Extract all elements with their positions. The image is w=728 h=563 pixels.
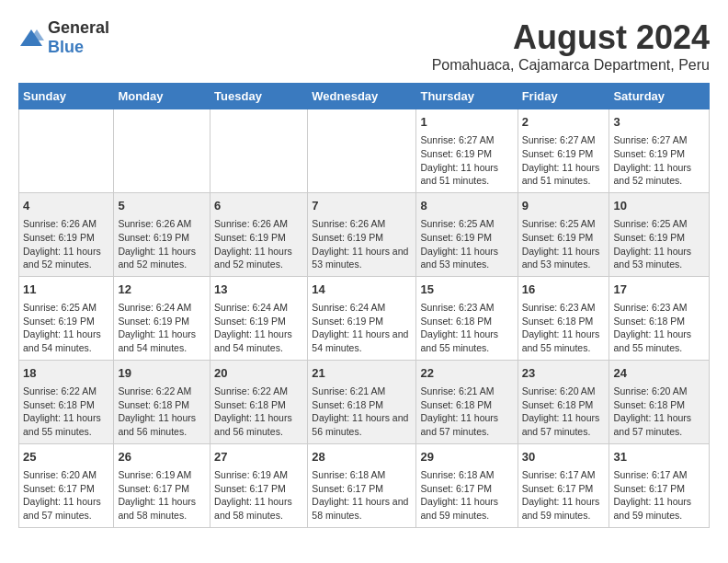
header-tuesday: Tuesday (210, 84, 308, 109)
day-info: Sunrise: 6:23 AM Sunset: 6:18 PM Dayligh… (522, 301, 606, 355)
day-number: 17 (613, 282, 705, 298)
day-number: 8 (420, 198, 513, 214)
day-number: 6 (214, 198, 303, 214)
day-number: 9 (522, 198, 606, 214)
table-row: 8Sunrise: 6:25 AM Sunset: 6:19 PM Daylig… (416, 192, 518, 276)
header-sunday: Sunday (19, 84, 114, 109)
day-number: 27 (214, 449, 303, 465)
day-number: 3 (613, 114, 705, 131)
table-row (114, 109, 210, 193)
table-row: 2Sunrise: 6:27 AM Sunset: 6:19 PM Daylig… (518, 109, 609, 193)
table-row: 15Sunrise: 6:23 AM Sunset: 6:18 PM Dayli… (416, 276, 518, 360)
table-row: 25Sunrise: 6:20 AM Sunset: 6:17 PM Dayli… (19, 443, 114, 527)
day-info: Sunrise: 6:19 AM Sunset: 6:17 PM Dayligh… (118, 468, 206, 523)
day-info: Sunrise: 6:27 AM Sunset: 6:19 PM Dayligh… (613, 133, 705, 188)
day-info: Sunrise: 6:20 AM Sunset: 6:17 PM Dayligh… (23, 468, 109, 523)
table-row: 7Sunrise: 6:26 AM Sunset: 6:19 PM Daylig… (308, 192, 416, 276)
day-number: 15 (420, 282, 513, 298)
day-number: 13 (214, 282, 303, 298)
day-number: 28 (312, 449, 412, 465)
calendar-week-row: 25Sunrise: 6:20 AM Sunset: 6:17 PM Dayli… (19, 443, 710, 527)
table-row: 3Sunrise: 6:27 AM Sunset: 6:19 PM Daylig… (609, 109, 710, 193)
table-row: 22Sunrise: 6:21 AM Sunset: 6:18 PM Dayli… (416, 360, 518, 443)
logo-general: General (48, 18, 109, 37)
day-info: Sunrise: 6:20 AM Sunset: 6:18 PM Dayligh… (522, 385, 606, 439)
table-row: 14Sunrise: 6:24 AM Sunset: 6:19 PM Dayli… (308, 276, 416, 360)
day-info: Sunrise: 6:24 AM Sunset: 6:19 PM Dayligh… (214, 301, 303, 355)
day-info: Sunrise: 6:23 AM Sunset: 6:18 PM Dayligh… (420, 301, 513, 355)
calendar-week-row: 4Sunrise: 6:26 AM Sunset: 6:19 PM Daylig… (19, 192, 710, 276)
day-info: Sunrise: 6:25 AM Sunset: 6:19 PM Dayligh… (23, 301, 109, 355)
table-row: 1Sunrise: 6:27 AM Sunset: 6:19 PM Daylig… (416, 109, 518, 193)
day-number: 26 (118, 449, 206, 465)
table-row: 5Sunrise: 6:26 AM Sunset: 6:19 PM Daylig… (114, 192, 210, 276)
day-number: 31 (613, 449, 705, 465)
table-row: 17Sunrise: 6:23 AM Sunset: 6:18 PM Dayli… (609, 276, 710, 360)
day-number: 1 (420, 114, 513, 131)
logo: General Blue (18, 18, 109, 57)
header-monday: Monday (114, 84, 210, 109)
table-row: 19Sunrise: 6:22 AM Sunset: 6:18 PM Dayli… (114, 360, 210, 443)
calendar-week-row: 1Sunrise: 6:27 AM Sunset: 6:19 PM Daylig… (19, 109, 710, 193)
table-row: 13Sunrise: 6:24 AM Sunset: 6:19 PM Dayli… (210, 276, 308, 360)
day-number: 25 (23, 449, 109, 465)
header-friday: Friday (518, 84, 609, 109)
table-row: 10Sunrise: 6:25 AM Sunset: 6:19 PM Dayli… (609, 192, 710, 276)
table-row: 11Sunrise: 6:25 AM Sunset: 6:19 PM Dayli… (19, 276, 114, 360)
day-info: Sunrise: 6:23 AM Sunset: 6:18 PM Dayligh… (613, 301, 705, 355)
subtitle: Pomahuaca, Cajamarca Department, Peru (432, 57, 710, 74)
day-number: 20 (214, 365, 303, 382)
table-row (308, 109, 416, 193)
calendar-week-row: 11Sunrise: 6:25 AM Sunset: 6:19 PM Dayli… (19, 276, 710, 360)
table-row: 30Sunrise: 6:17 AM Sunset: 6:17 PM Dayli… (518, 443, 609, 527)
table-row (210, 109, 308, 193)
table-row (19, 109, 114, 193)
day-info: Sunrise: 6:24 AM Sunset: 6:19 PM Dayligh… (118, 301, 206, 355)
day-number: 14 (312, 282, 412, 298)
main-title: August 2024 (432, 18, 710, 57)
table-row: 29Sunrise: 6:18 AM Sunset: 6:17 PM Dayli… (416, 443, 518, 527)
day-info: Sunrise: 6:26 AM Sunset: 6:19 PM Dayligh… (312, 217, 412, 271)
calendar-table: Sunday Monday Tuesday Wednesday Thursday… (18, 83, 710, 528)
day-info: Sunrise: 6:26 AM Sunset: 6:19 PM Dayligh… (214, 217, 303, 271)
title-section: August 2024 Pomahuaca, Cajamarca Departm… (432, 18, 710, 74)
day-number: 10 (613, 198, 705, 214)
weekday-header-row: Sunday Monday Tuesday Wednesday Thursday… (19, 84, 710, 109)
day-info: Sunrise: 6:17 AM Sunset: 6:17 PM Dayligh… (522, 468, 606, 523)
day-number: 19 (118, 365, 206, 382)
day-info: Sunrise: 6:25 AM Sunset: 6:19 PM Dayligh… (613, 217, 705, 271)
header-wednesday: Wednesday (308, 84, 416, 109)
day-number: 23 (522, 365, 606, 382)
day-info: Sunrise: 6:26 AM Sunset: 6:19 PM Dayligh… (23, 217, 109, 271)
day-number: 4 (23, 198, 109, 214)
day-info: Sunrise: 6:19 AM Sunset: 6:17 PM Dayligh… (214, 468, 303, 523)
table-row: 31Sunrise: 6:17 AM Sunset: 6:17 PM Dayli… (609, 443, 710, 527)
header-thursday: Thursday (416, 84, 518, 109)
logo-icon (18, 28, 44, 48)
day-info: Sunrise: 6:22 AM Sunset: 6:18 PM Dayligh… (23, 385, 109, 439)
table-row: 21Sunrise: 6:21 AM Sunset: 6:18 PM Dayli… (308, 360, 416, 443)
table-row: 26Sunrise: 6:19 AM Sunset: 6:17 PM Dayli… (114, 443, 210, 527)
day-info: Sunrise: 6:24 AM Sunset: 6:19 PM Dayligh… (312, 301, 412, 355)
day-number: 24 (613, 365, 705, 382)
day-number: 5 (118, 198, 206, 214)
page-header: General Blue August 2024 Pomahuaca, Caja… (18, 18, 710, 74)
day-info: Sunrise: 6:25 AM Sunset: 6:19 PM Dayligh… (420, 217, 513, 271)
day-number: 7 (312, 198, 412, 214)
day-info: Sunrise: 6:17 AM Sunset: 6:17 PM Dayligh… (613, 468, 705, 523)
day-info: Sunrise: 6:25 AM Sunset: 6:19 PM Dayligh… (522, 217, 606, 271)
day-number: 16 (522, 282, 606, 298)
day-info: Sunrise: 6:26 AM Sunset: 6:19 PM Dayligh… (118, 217, 206, 271)
day-info: Sunrise: 6:22 AM Sunset: 6:18 PM Dayligh… (118, 385, 206, 439)
day-info: Sunrise: 6:20 AM Sunset: 6:18 PM Dayligh… (613, 385, 705, 439)
table-row: 9Sunrise: 6:25 AM Sunset: 6:19 PM Daylig… (518, 192, 609, 276)
calendar-week-row: 18Sunrise: 6:22 AM Sunset: 6:18 PM Dayli… (19, 360, 710, 443)
day-info: Sunrise: 6:21 AM Sunset: 6:18 PM Dayligh… (312, 385, 412, 439)
logo-blue: Blue (48, 38, 84, 56)
day-info: Sunrise: 6:18 AM Sunset: 6:17 PM Dayligh… (420, 468, 513, 523)
table-row: 4Sunrise: 6:26 AM Sunset: 6:19 PM Daylig… (19, 192, 114, 276)
table-row: 27Sunrise: 6:19 AM Sunset: 6:17 PM Dayli… (210, 443, 308, 527)
day-info: Sunrise: 6:27 AM Sunset: 6:19 PM Dayligh… (522, 133, 606, 188)
day-number: 30 (522, 449, 606, 465)
day-number: 11 (23, 282, 109, 298)
